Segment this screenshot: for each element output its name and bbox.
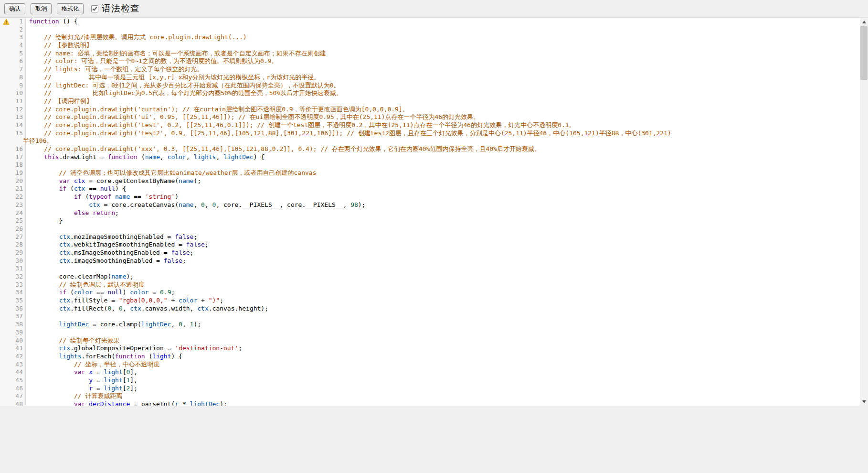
code-text: // core.plugin.drawLight('test2', 0.9, […	[26, 129, 671, 138]
code-line[interactable]: 24 else return;	[0, 209, 860, 217]
code-line[interactable]: 16 // core.plugin.drawLight('xxx', 0.3, …	[0, 145, 860, 153]
code-line[interactable]: 31	[0, 265, 860, 273]
syntax-check-group: 语法检查	[91, 2, 140, 15]
code-line[interactable]: 1function () {	[0, 18, 860, 26]
code-line[interactable]: 25 }	[0, 217, 860, 225]
code-line[interactable]: 14 // core.plugin.drawLight('test', 0.2,…	[0, 121, 860, 129]
gutter-marker	[0, 353, 12, 361]
scroll-down-button[interactable]	[860, 398, 868, 406]
gutter-marker	[0, 26, 12, 34]
line-number: 21	[12, 185, 26, 193]
line-number: 8	[12, 74, 26, 82]
code-text	[26, 225, 29, 233]
code-line[interactable]: 10 // 比如lightDec为0.5代表，每个灯光部分内圈50%的范围全亮，…	[0, 89, 860, 97]
code-line[interactable]: 36 ctx.fillRect(0, 0, ctx.canvas.width, …	[0, 305, 860, 313]
code-line[interactable]: 13 // core.plugin.drawLight('ui', 0.95, …	[0, 113, 860, 121]
code-line[interactable]: 20 var ctx = core.getContextByName(name)…	[0, 177, 860, 185]
code-line[interactable]: 38 lightDec = core.clamp(lightDec, 0, 1)…	[0, 321, 860, 329]
code-line[interactable]: 41 ctx.globalCompositeOperation = 'desti…	[0, 344, 860, 353]
line-number: 3	[12, 33, 26, 42]
code-line[interactable]: 34 if (color == null) color = 0.9;	[0, 289, 860, 297]
line-number: 4	[12, 42, 26, 50]
gutter-marker	[0, 233, 12, 241]
code-line[interactable]: 3 // 绘制灯光/漆黑层效果。调用方式 core.plugin.drawLig…	[0, 33, 860, 42]
syntax-check-checkbox[interactable]	[91, 5, 98, 12]
cancel-button[interactable]: 取消	[31, 3, 52, 14]
code-line[interactable]: 半径106。	[0, 137, 860, 145]
code-line[interactable]: 4 // 【参数说明】	[0, 42, 860, 50]
gutter-marker	[0, 312, 12, 321]
code-text	[26, 26, 29, 34]
code-text: var x = light[0],	[26, 368, 138, 376]
code-lines[interactable]: 1function () {23 // 绘制灯光/漆黑层效果。调用方式 core…	[0, 18, 860, 406]
code-line[interactable]: 40 // 绘制每个灯光效果	[0, 337, 860, 345]
line-number: 48	[12, 400, 26, 406]
code-line[interactable]: 7 // lights: 可选，一个数组，定义了每个独立的灯光。	[0, 65, 860, 74]
scroll-up-button[interactable]	[860, 18, 868, 26]
line-number: 16	[12, 145, 26, 153]
code-line[interactable]: 11 // 【调用样例】	[0, 97, 860, 106]
code-line[interactable]: 32 core.clearMap(name);	[0, 273, 860, 281]
code-line[interactable]: 42 lights.forEach(function (light) {	[0, 353, 860, 361]
code-line[interactable]: 37	[0, 312, 860, 321]
code-line[interactable]: 26	[0, 225, 860, 233]
gutter-marker[interactable]	[0, 18, 12, 26]
confirm-button[interactable]: 确认	[4, 3, 25, 14]
scrollbar-thumb[interactable]	[860, 26, 868, 80]
line-number: 33	[12, 281, 26, 289]
line-number: 25	[12, 217, 26, 225]
code-line[interactable]: 17 this.drawLight = function (name, colo…	[0, 153, 860, 161]
code-text: // 其中每一项是三元组 [x,y,r] x和y分别为该灯光的横纵坐标，r为该灯…	[26, 74, 320, 82]
code-line[interactable]: 6 // color: 可选，只能是一个0~1之间的数，为不透明度的值。不填则默…	[0, 57, 860, 65]
code-line[interactable]: 8 // 其中每一项是三元组 [x,y,r] x和y分别为该灯光的横纵坐标，r为…	[0, 74, 860, 82]
code-line[interactable]: 28 ctx.webkitImageSmoothingEnabled = fal…	[0, 241, 860, 249]
code-text: ctx.globalCompositeOperation = 'destinat…	[26, 344, 242, 353]
line-number: 26	[12, 225, 26, 233]
line-number: 45	[12, 376, 26, 385]
line-number: 30	[12, 257, 26, 265]
gutter-marker	[0, 337, 12, 345]
code-text: // core.plugin.drawLight('ui', 0.95, [[2…	[26, 113, 479, 121]
code-text: ctx.mozImageSmoothingEnabled = false;	[26, 233, 197, 241]
code-line[interactable]: 27 ctx.mozImageSmoothingEnabled = false;	[0, 233, 860, 241]
code-editor[interactable]: 1function () {23 // 绘制灯光/漆黑层效果。调用方式 core…	[0, 17, 868, 406]
code-line[interactable]: 29 ctx.msImageSmoothingEnabled = false;	[0, 249, 860, 257]
code-line[interactable]: 30 ctx.imageSmoothingEnabled = false;	[0, 257, 860, 265]
code-text: // 计算衰减距离	[26, 392, 122, 400]
gutter-marker	[0, 305, 12, 313]
code-line[interactable]: 5 // name: 必填，要绘制到的画布名；可以是一个系统画布，或者是个自定义…	[0, 50, 860, 58]
line-number: 35	[12, 297, 26, 305]
code-line[interactable]: 12 // core.plugin.drawLight('curtain'); …	[0, 106, 860, 114]
code-line[interactable]: 22 if (typeof name == 'string')	[0, 193, 860, 201]
line-number: 10	[12, 89, 26, 97]
code-text: // 绘制每个灯光效果	[26, 337, 120, 345]
gutter-marker	[0, 185, 12, 193]
code-line[interactable]: 47 // 计算衰减距离	[0, 392, 860, 400]
code-line[interactable]: 35 ctx.fillStyle = "rgba(0,0,0," + color…	[0, 297, 860, 305]
code-line[interactable]: 45 y = light[1],	[0, 376, 860, 385]
code-line[interactable]: 18	[0, 161, 860, 169]
code-line[interactable]: 19 // 清空色调层；也可以修改成其它层比如animate/weather层，…	[0, 169, 860, 177]
line-number: 20	[12, 177, 26, 185]
code-line[interactable]: 15 // core.plugin.drawLight('test2', 0.9…	[0, 129, 860, 138]
format-button[interactable]: 格式化	[57, 3, 84, 14]
code-line[interactable]: 46 r = light[2];	[0, 385, 860, 393]
line-number: 28	[12, 241, 26, 249]
code-line[interactable]: 39	[0, 329, 860, 337]
gutter-marker	[0, 281, 12, 289]
code-text: // core.plugin.drawLight('curtain'); // …	[26, 106, 409, 114]
code-line[interactable]: 48 var decDistance = parseInt(r * lightD…	[0, 400, 860, 406]
vertical-scrollbar[interactable]	[860, 18, 868, 406]
code-line[interactable]: 21 if (ctx == null) {	[0, 185, 860, 193]
gutter-marker	[0, 106, 12, 114]
scroll-up-icon	[862, 21, 866, 23]
code-line[interactable]: 2	[0, 26, 860, 34]
code-text	[26, 329, 29, 337]
code-line[interactable]: 43 // 坐标，半径，中心不透明度	[0, 361, 860, 369]
line-number: 44	[12, 368, 26, 376]
code-line[interactable]: 23 ctx = core.createCanvas(name, 0, 0, c…	[0, 201, 860, 209]
code-line[interactable]: 33 // 绘制色调层，默认不透明度	[0, 281, 860, 289]
code-line[interactable]: 9 // lightDec: 可选，0到1之间，光从多少百分比才开始衰减（在此范…	[0, 82, 860, 90]
code-text: // lights: 可选，一个数组，定义了每个独立的灯光。	[26, 65, 203, 74]
code-line[interactable]: 44 var x = light[0],	[0, 368, 860, 376]
